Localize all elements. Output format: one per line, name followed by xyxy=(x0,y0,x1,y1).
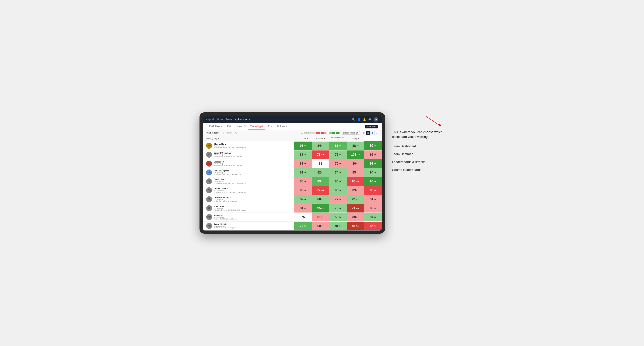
score-box: 943▲ xyxy=(364,213,382,221)
score-box: 7111▼ xyxy=(347,204,364,212)
score-change: 3▼ xyxy=(356,172,359,173)
score-cell: 854▼ xyxy=(364,222,382,230)
nav-home[interactable]: Home xyxy=(217,118,223,121)
score-change: 3▼ xyxy=(304,180,306,182)
score-change: 4▲ xyxy=(356,198,359,200)
score-value: 85 xyxy=(300,180,304,183)
cs-light-green xyxy=(329,132,332,134)
subnav-team-clippd[interactable]: Team Clippd xyxy=(248,123,265,130)
score-change: 3▼ xyxy=(304,207,306,209)
score-box: 975▲ xyxy=(364,159,382,168)
score-change: 3▲ xyxy=(374,180,376,182)
user-icon[interactable]: 👤 xyxy=(358,118,360,121)
score-box: 897▲ xyxy=(312,177,329,186)
score-change: 3▼ xyxy=(339,163,342,165)
table-row[interactable]: JCJosh Coles1-5 HandicapRoyal North Devo… xyxy=(203,204,382,213)
last-rounds-button[interactable]: ⊞ Last Rounds: 20 xyxy=(342,131,360,135)
player-info: Josh Coles1-5 HandicapRoyal North Devon … xyxy=(214,205,293,211)
edit-icon[interactable]: ✏️ xyxy=(234,132,237,134)
logo: clippd xyxy=(206,118,214,121)
score-cell: 882▼ xyxy=(347,213,364,222)
score-change: 4▲ xyxy=(339,216,342,218)
filter-icon: ⊞ xyxy=(343,132,344,134)
score-value: 74 xyxy=(300,224,304,228)
subnav-pgat[interactable]: PGAT Players xyxy=(206,123,224,130)
list-view-button[interactable]: ▦ xyxy=(366,131,370,135)
score-cell: 963▲ xyxy=(364,177,382,186)
table-row[interactable]: ECEdward Crossman1-5 HandicapSunningdale… xyxy=(203,150,382,159)
nav-my-performance[interactable]: My Performance xyxy=(235,118,250,121)
bell-icon[interactable]: 🔔 xyxy=(363,118,366,121)
table-row[interactable]: EEElliot Ebert1-5 HandicapSunningdale Go… xyxy=(203,159,382,168)
table-row[interactable]: DBDave Billingham1-5 HandicapGog Magog G… xyxy=(203,168,382,177)
subnav-pga[interactable]: PGA xyxy=(224,123,234,130)
score-box: 892▼ xyxy=(364,204,382,212)
score-box: 881▼ xyxy=(347,142,364,150)
score-value: 71 xyxy=(352,206,356,210)
score-value: 75 xyxy=(335,162,338,166)
grid-view-button[interactable]: ⊞ xyxy=(362,131,366,135)
player-cell-1: ECEdward Crossman1-5 HandicapSunningdale… xyxy=(203,150,294,159)
table-row[interactable]: ANAaron Nicholls11-15 HandicapDrift Golf… xyxy=(203,222,382,230)
col-player[interactable]: Player Quality ▼ xyxy=(203,136,294,141)
col-approach[interactable]: Approach ▼ xyxy=(312,136,329,141)
player-club: Sunningdale Golf Club, United Kingdom xyxy=(214,156,293,158)
export-button[interactable]: ↓ xyxy=(374,131,378,135)
add-team-button[interactable]: Add Team xyxy=(365,125,378,128)
avatar[interactable]: U xyxy=(374,117,378,122)
player-info: Matt Miller6-10 HandicapWoburn Golf Club… xyxy=(214,214,293,220)
nav-teams[interactable]: Teams xyxy=(226,118,232,121)
player-name: Charlie Quick✓ xyxy=(214,187,293,190)
col-putting[interactable]: Putting ▼ xyxy=(347,136,364,141)
score-cell: 10315▲ xyxy=(347,150,364,159)
score-box: 613▼ xyxy=(312,213,329,221)
player-handicap: 6-10 Handicap xyxy=(214,190,293,191)
score-cell: 803▲ xyxy=(329,177,347,186)
table-row[interactable]: DFDavid Ford✓Plus HandicapRoyal North De… xyxy=(203,177,382,186)
player-cell-7: JCJosh Coles1-5 HandicapRoyal North Devo… xyxy=(203,204,294,213)
score-value: 87 xyxy=(300,171,304,174)
score-cell: 8421▲ xyxy=(347,222,364,230)
score-box: 824▲ xyxy=(312,168,329,177)
chart-view-button[interactable]: 👤 xyxy=(370,131,374,135)
subnav-all-players[interactable]: All Players xyxy=(274,123,289,130)
settings-icon[interactable]: ⚙️ xyxy=(368,118,371,121)
player-cell-8: MMMatt Miller6-10 HandicapWoburn Golf Cl… xyxy=(203,213,294,222)
score-value: 74 xyxy=(335,171,338,174)
score-box: 602▲ xyxy=(312,195,329,204)
score-cell: 941▲ xyxy=(364,168,382,177)
table-row[interactable]: MMMatt Miller6-10 HandicapWoburn Golf Cl… xyxy=(203,213,382,222)
score-value: 86 xyxy=(352,162,356,166)
score-cell: 846▲ xyxy=(312,141,329,150)
score-box: 741▲ xyxy=(329,168,347,177)
player-handicap: 1-5 Handicap xyxy=(214,163,293,165)
score-box: 801▲ xyxy=(329,186,347,195)
subnav-hcaps[interactable]: Hcaps 1-5 xyxy=(234,123,248,130)
player-avatar: EE xyxy=(206,161,212,167)
player-handicap: 11-15 Handicap xyxy=(214,225,293,227)
table-row[interactable]: BMBlair McHargPlus HandicapRoyal North D… xyxy=(203,141,382,150)
score-cell: 813▼ xyxy=(294,204,312,213)
subnav-tour[interactable]: Tour xyxy=(265,123,274,130)
player-club: Royal North Devon Golf Club, United King… xyxy=(214,147,293,149)
table-row[interactable]: CRChris Robertson✓1-5 HandicapCraigmilla… xyxy=(203,195,382,204)
round-change-label: 20 Round Change xyxy=(301,132,315,134)
score-value: 82 xyxy=(300,197,304,201)
score-value: 89 xyxy=(370,206,374,210)
score-change: 15▲ xyxy=(357,154,360,156)
score-box: 853▼ xyxy=(347,168,364,177)
player-info: Charlie Quick✓6-10 HandicapSt. George's … xyxy=(214,187,293,193)
score-box: 75 xyxy=(294,213,312,221)
search-icon[interactable]: 🔍 xyxy=(352,118,355,121)
score-change: 6▲ xyxy=(322,145,324,147)
col-off-tee[interactable]: Off the Tee ▼ xyxy=(294,136,312,141)
score-value: 75 xyxy=(301,215,305,219)
score-cell: 853▼ xyxy=(294,177,312,186)
player-avatar: EC xyxy=(206,152,212,158)
score-cell: 868▼ xyxy=(364,186,382,195)
score-box: 753▼ xyxy=(329,159,347,168)
table-row[interactable]: CQCharlie Quick✓6-10 HandicapSt. George'… xyxy=(203,186,382,195)
col-around-green[interactable]: Around the Green ▼ xyxy=(329,136,347,141)
player-cell-3: DBDave Billingham1-5 HandicapGog Magog G… xyxy=(203,168,294,177)
player-info: Blair McHargPlus HandicapRoyal North Dev… xyxy=(214,143,293,149)
